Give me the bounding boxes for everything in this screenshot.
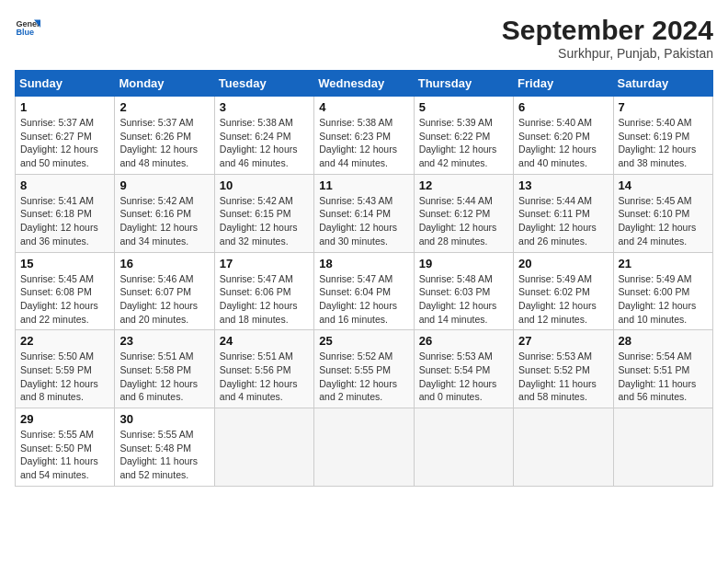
calendar-cell	[314, 408, 414, 487]
weekday-header-row: SundayMondayTuesdayWednesdayThursdayFrid…	[16, 71, 713, 97]
day-info: Sunrise: 5:38 AM Sunset: 6:23 PM Dayligh…	[319, 116, 408, 170]
calendar-cell	[613, 408, 712, 487]
day-number: 19	[419, 257, 508, 270]
month-title: September 2024	[502, 15, 713, 46]
title-block: September 2024 Surkhpur, Punjab, Pakista…	[502, 15, 713, 61]
calendar-cell: 14 Sunrise: 5:45 AM Sunset: 6:10 PM Dayl…	[613, 174, 712, 252]
calendar-cell: 19 Sunrise: 5:48 AM Sunset: 6:03 PM Dayl…	[414, 252, 513, 330]
calendar-cell: 5 Sunrise: 5:39 AM Sunset: 6:22 PM Dayli…	[414, 97, 513, 175]
calendar-cell: 11 Sunrise: 5:43 AM Sunset: 6:14 PM Dayl…	[314, 174, 414, 252]
day-info: Sunrise: 5:49 AM Sunset: 6:00 PM Dayligh…	[619, 272, 708, 327]
svg-text:Blue: Blue	[16, 28, 34, 37]
location-subtitle: Surkhpur, Punjab, Pakistan	[502, 46, 713, 61]
day-info: Sunrise: 5:45 AM Sunset: 6:10 PM Dayligh…	[619, 194, 708, 248]
day-number: 23	[119, 334, 209, 348]
calendar-cell: 16 Sunrise: 5:46 AM Sunset: 6:07 PM Dayl…	[115, 252, 214, 330]
calendar-cell: 8 Sunrise: 5:41 AM Sunset: 6:18 PM Dayli…	[16, 174, 115, 252]
day-info: Sunrise: 5:51 AM Sunset: 5:58 PM Dayligh…	[119, 350, 209, 404]
day-number: 6	[518, 100, 608, 114]
calendar-cell	[414, 408, 513, 487]
weekday-header-friday: Friday	[514, 71, 613, 97]
day-number: 2	[119, 100, 209, 114]
day-number: 28	[619, 334, 708, 348]
day-info: Sunrise: 5:42 AM Sunset: 6:15 PM Dayligh…	[220, 194, 309, 248]
day-number: 4	[319, 100, 408, 114]
day-number: 30	[119, 412, 209, 426]
day-info: Sunrise: 5:53 AM Sunset: 5:54 PM Dayligh…	[419, 350, 508, 404]
weekday-header-monday: Monday	[115, 71, 214, 97]
day-number: 5	[419, 100, 508, 114]
day-number: 8	[20, 178, 109, 192]
day-info: Sunrise: 5:54 AM Sunset: 5:51 PM Dayligh…	[619, 350, 708, 404]
weekday-header-tuesday: Tuesday	[214, 71, 313, 97]
day-info: Sunrise: 5:42 AM Sunset: 6:16 PM Dayligh…	[119, 194, 209, 248]
calendar-cell: 3 Sunrise: 5:38 AM Sunset: 6:24 PM Dayli…	[214, 97, 313, 175]
day-number: 7	[619, 100, 708, 114]
calendar-cell: 12 Sunrise: 5:44 AM Sunset: 6:12 PM Dayl…	[414, 174, 513, 252]
calendar-cell: 4 Sunrise: 5:38 AM Sunset: 6:23 PM Dayli…	[314, 97, 414, 175]
day-info: Sunrise: 5:41 AM Sunset: 6:18 PM Dayligh…	[20, 194, 109, 248]
weekday-header-saturday: Saturday	[613, 71, 712, 97]
calendar-cell: 23 Sunrise: 5:51 AM Sunset: 5:58 PM Dayl…	[115, 330, 214, 408]
calendar-cell: 13 Sunrise: 5:44 AM Sunset: 6:11 PM Dayl…	[514, 174, 613, 252]
calendar-cell: 28 Sunrise: 5:54 AM Sunset: 5:51 PM Dayl…	[613, 330, 712, 408]
day-info: Sunrise: 5:40 AM Sunset: 6:19 PM Dayligh…	[619, 116, 708, 170]
calendar-cell: 17 Sunrise: 5:47 AM Sunset: 6:06 PM Dayl…	[214, 252, 313, 330]
day-number: 3	[220, 100, 309, 114]
day-info: Sunrise: 5:40 AM Sunset: 6:20 PM Dayligh…	[518, 116, 608, 170]
calendar-cell: 29 Sunrise: 5:55 AM Sunset: 5:50 PM Dayl…	[16, 408, 115, 487]
day-number: 13	[518, 178, 608, 192]
calendar-cell	[214, 408, 313, 487]
page-header: General Blue September 2024 Surkhpur, Pu…	[15, 15, 713, 61]
day-number: 18	[319, 257, 408, 270]
calendar-cell: 24 Sunrise: 5:51 AM Sunset: 5:56 PM Dayl…	[214, 330, 313, 408]
calendar-week-1: 1 Sunrise: 5:37 AM Sunset: 6:27 PM Dayli…	[16, 97, 713, 175]
calendar-cell: 2 Sunrise: 5:37 AM Sunset: 6:26 PM Dayli…	[115, 97, 214, 175]
day-number: 20	[518, 257, 608, 270]
day-info: Sunrise: 5:44 AM Sunset: 6:12 PM Dayligh…	[419, 194, 508, 248]
logo: General Blue	[15, 15, 40, 40]
day-info: Sunrise: 5:47 AM Sunset: 6:04 PM Dayligh…	[319, 272, 408, 327]
day-info: Sunrise: 5:48 AM Sunset: 6:03 PM Dayligh…	[419, 272, 508, 327]
day-number: 14	[619, 178, 708, 192]
day-number: 29	[20, 412, 109, 426]
day-info: Sunrise: 5:50 AM Sunset: 5:59 PM Dayligh…	[20, 350, 109, 404]
calendar-cell: 1 Sunrise: 5:37 AM Sunset: 6:27 PM Dayli…	[16, 97, 115, 175]
calendar-cell: 30 Sunrise: 5:55 AM Sunset: 5:48 PM Dayl…	[115, 408, 214, 487]
calendar-cell: 27 Sunrise: 5:53 AM Sunset: 5:52 PM Dayl…	[514, 330, 613, 408]
day-info: Sunrise: 5:38 AM Sunset: 6:24 PM Dayligh…	[220, 116, 309, 170]
calendar-cell: 25 Sunrise: 5:52 AM Sunset: 5:55 PM Dayl…	[314, 330, 414, 408]
calendar-cell: 22 Sunrise: 5:50 AM Sunset: 5:59 PM Dayl…	[16, 330, 115, 408]
calendar-cell: 21 Sunrise: 5:49 AM Sunset: 6:00 PM Dayl…	[613, 252, 712, 330]
day-number: 27	[518, 334, 608, 348]
calendar-cell: 26 Sunrise: 5:53 AM Sunset: 5:54 PM Dayl…	[414, 330, 513, 408]
calendar-table: SundayMondayTuesdayWednesdayThursdayFrid…	[15, 70, 713, 487]
calendar-cell: 15 Sunrise: 5:45 AM Sunset: 6:08 PM Dayl…	[16, 252, 115, 330]
day-info: Sunrise: 5:55 AM Sunset: 5:48 PM Dayligh…	[119, 428, 209, 482]
day-number: 12	[419, 178, 508, 192]
day-info: Sunrise: 5:47 AM Sunset: 6:06 PM Dayligh…	[220, 272, 309, 327]
calendar-cell: 10 Sunrise: 5:42 AM Sunset: 6:15 PM Dayl…	[214, 174, 313, 252]
day-info: Sunrise: 5:49 AM Sunset: 6:02 PM Dayligh…	[518, 272, 608, 327]
logo-icon: General Blue	[15, 15, 40, 40]
day-number: 15	[20, 257, 109, 270]
day-number: 25	[319, 334, 408, 348]
calendar-cell	[514, 408, 613, 487]
day-info: Sunrise: 5:44 AM Sunset: 6:11 PM Dayligh…	[518, 194, 608, 248]
calendar-week-5: 29 Sunrise: 5:55 AM Sunset: 5:50 PM Dayl…	[16, 408, 713, 487]
calendar-week-2: 8 Sunrise: 5:41 AM Sunset: 6:18 PM Dayli…	[16, 174, 713, 252]
day-info: Sunrise: 5:55 AM Sunset: 5:50 PM Dayligh…	[20, 428, 109, 482]
calendar-week-3: 15 Sunrise: 5:45 AM Sunset: 6:08 PM Dayl…	[16, 252, 713, 330]
day-number: 22	[20, 334, 109, 348]
day-number: 9	[119, 178, 209, 192]
weekday-header-sunday: Sunday	[16, 71, 115, 97]
calendar-week-4: 22 Sunrise: 5:50 AM Sunset: 5:59 PM Dayl…	[16, 330, 713, 408]
weekday-header-wednesday: Wednesday	[314, 71, 414, 97]
calendar-cell: 6 Sunrise: 5:40 AM Sunset: 6:20 PM Dayli…	[514, 97, 613, 175]
day-number: 24	[220, 334, 309, 348]
day-info: Sunrise: 5:51 AM Sunset: 5:56 PM Dayligh…	[220, 350, 309, 404]
day-info: Sunrise: 5:53 AM Sunset: 5:52 PM Dayligh…	[518, 350, 608, 404]
day-number: 21	[619, 257, 708, 270]
day-info: Sunrise: 5:37 AM Sunset: 6:27 PM Dayligh…	[20, 116, 109, 170]
day-number: 17	[220, 257, 309, 270]
